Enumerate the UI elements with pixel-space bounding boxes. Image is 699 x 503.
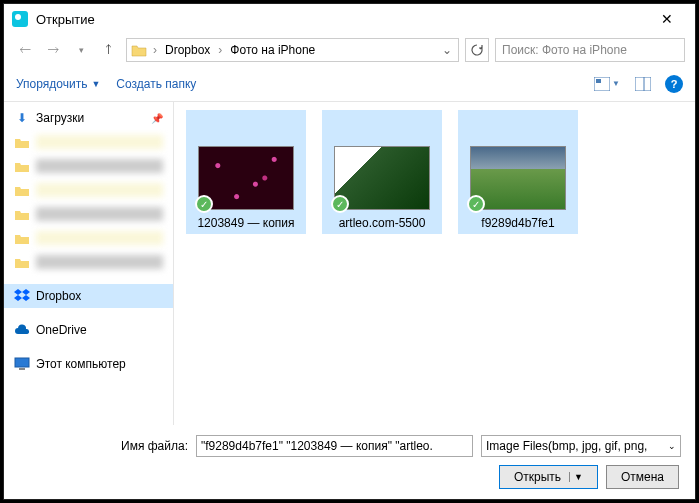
onedrive-icon (14, 322, 30, 338)
open-button[interactable]: Открыть ▼ (499, 465, 598, 489)
footer: Имя файла: Image Files(bmp, jpg, gif, pn… (4, 425, 695, 499)
up-button[interactable]: 🡑 (98, 39, 120, 61)
file-name: f9289d4b7fe1 (460, 216, 576, 230)
crumb-leaf[interactable]: Фото на iPhone (226, 41, 319, 59)
sidebar-item-downloads[interactable]: ⬇ Загрузки 📌 (4, 106, 173, 130)
recent-dropdown[interactable]: ▾ (70, 39, 92, 61)
svg-rect-2 (635, 77, 651, 91)
organize-menu[interactable]: Упорядочить ▼ (16, 77, 100, 91)
nav-row: 🡐 🡒 ▾ 🡑 › Dropbox › Фото на iPhone ⌄ Пои… (4, 34, 695, 66)
sidebar-item[interactable] (4, 250, 173, 274)
filename-input[interactable] (196, 435, 473, 457)
file-name: artleo.com-5500 (324, 216, 440, 230)
file-list[interactable]: ✓ 1203849 — копия ✓ artleo.com-5500 ✓ f9… (174, 102, 695, 425)
thumbnail-image: ✓ (470, 146, 566, 210)
open-dialog: Открытие ✕ 🡐 🡒 ▾ 🡑 › Dropbox › Фото на i… (3, 3, 696, 500)
sidebar-item-onedrive[interactable]: OneDrive (4, 318, 173, 342)
chevron-down-icon: ▼ (612, 79, 620, 88)
refresh-button[interactable] (465, 38, 489, 62)
app-icon (12, 11, 28, 27)
breadcrumb[interactable]: › Dropbox › Фото на iPhone ⌄ (126, 38, 459, 62)
crumb-dropbox[interactable]: Dropbox (161, 41, 214, 59)
search-placeholder: Поиск: Фото на iPhone (502, 43, 627, 57)
chevron-right-icon: › (216, 43, 224, 57)
titlebar: Открытие ✕ (4, 4, 695, 34)
filename-label: Имя файла: (18, 439, 188, 453)
svg-rect-1 (596, 79, 601, 83)
file-name: 1203849 — копия (188, 216, 304, 230)
new-folder-button[interactable]: Создать папку (116, 77, 196, 91)
synced-icon: ✓ (467, 195, 485, 213)
window-title: Открытие (36, 12, 647, 27)
sidebar-item[interactable] (4, 154, 173, 178)
back-button[interactable]: 🡐 (14, 39, 36, 61)
folder-icon (129, 42, 149, 58)
sidebar-item[interactable] (4, 202, 173, 226)
sidebar-item[interactable] (4, 226, 173, 250)
forward-button: 🡒 (42, 39, 64, 61)
sidebar: ⬇ Загрузки 📌 Dropbox OneD (4, 102, 174, 425)
cancel-button[interactable]: Отмена (606, 465, 679, 489)
synced-icon: ✓ (331, 195, 349, 213)
synced-icon: ✓ (195, 195, 213, 213)
open-split-dropdown[interactable]: ▼ (569, 472, 583, 482)
svg-rect-5 (19, 368, 25, 370)
download-icon: ⬇ (14, 110, 30, 126)
pin-icon: 📌 (151, 113, 163, 124)
thumbnail-image: ✓ (334, 146, 430, 210)
search-input[interactable]: Поиск: Фото на iPhone (495, 38, 685, 62)
file-thumb[interactable]: ✓ artleo.com-5500 (322, 110, 442, 234)
breadcrumb-dropdown[interactable]: ⌄ (438, 43, 456, 57)
sidebar-item[interactable] (4, 178, 173, 202)
dropbox-icon (14, 288, 30, 304)
sidebar-item[interactable] (4, 130, 173, 154)
computer-icon (14, 356, 30, 372)
chevron-down-icon: ⌄ (668, 441, 676, 451)
view-mode-button[interactable]: ▼ (593, 73, 621, 95)
sidebar-item-dropbox[interactable]: Dropbox (4, 284, 173, 308)
chevron-right-icon: › (151, 43, 159, 57)
filetype-combo[interactable]: Image Files(bmp, jpg, gif, png, ⌄ (481, 435, 681, 457)
file-thumb[interactable]: ✓ f9289d4b7fe1 (458, 110, 578, 234)
help-button[interactable]: ? (665, 75, 683, 93)
chevron-down-icon: ▼ (91, 79, 100, 89)
thumbnail-image: ✓ (198, 146, 294, 210)
file-thumb[interactable]: ✓ 1203849 — копия (186, 110, 306, 234)
sidebar-item-this-pc[interactable]: Этот компьютер (4, 352, 173, 376)
preview-pane-button[interactable] (629, 73, 657, 95)
close-button[interactable]: ✕ (647, 11, 687, 27)
toolbar: Упорядочить ▼ Создать папку ▼ ? (4, 66, 695, 102)
svg-rect-4 (15, 358, 29, 367)
